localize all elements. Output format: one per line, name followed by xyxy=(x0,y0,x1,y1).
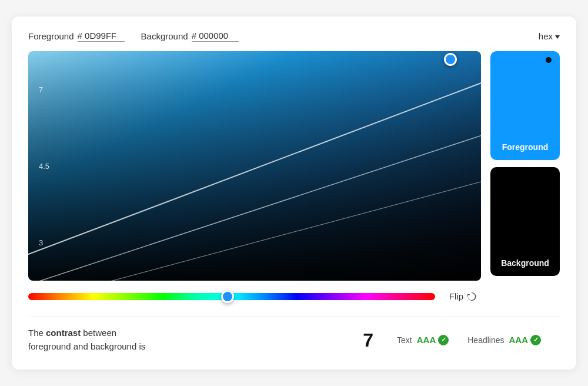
foreground-swatch[interactable]: Foreground xyxy=(490,51,560,160)
contrast-text-part1: The xyxy=(28,328,46,338)
contrast-value: 7 xyxy=(363,331,373,350)
text-check-icon xyxy=(438,335,449,345)
svg-line-1 xyxy=(28,124,481,281)
text-rating-label: Text xyxy=(397,335,412,345)
text-badge-value: AAA xyxy=(417,335,436,345)
text-rating-group: Text AAA xyxy=(397,335,449,345)
hue-row: Flip xyxy=(28,289,481,304)
contrast-description: The contrast between foreground and back… xyxy=(28,327,356,353)
background-swatch-label: Background xyxy=(501,258,549,268)
headlines-rating-label: Headlines xyxy=(467,335,504,345)
format-selector[interactable]: hex xyxy=(539,31,560,41)
headlines-rating-group: Headlines AAA xyxy=(467,335,541,345)
header-row: Foreground # 0D99FF Background # 000000 … xyxy=(28,31,560,42)
background-swatch[interactable]: Background xyxy=(490,167,560,276)
contrast-line2: foreground and background is xyxy=(28,341,145,351)
hue-slider[interactable] xyxy=(28,293,435,300)
background-value[interactable]: # 000000 xyxy=(192,31,239,42)
foreground-label: Foreground xyxy=(28,31,74,41)
y-labels: 7 4.5 3 xyxy=(39,51,49,281)
flip-button[interactable]: Flip xyxy=(445,289,481,304)
side-swatches: Foreground Background xyxy=(490,51,560,276)
gradient-canvas[interactable]: 7 4.5 3 xyxy=(28,51,481,281)
flip-label: Flip xyxy=(449,291,463,301)
foreground-swatch-label: Foreground xyxy=(502,142,549,152)
flip-icon xyxy=(467,292,476,301)
y-label-3: 3 xyxy=(39,238,49,247)
headlines-badge-value: AAA xyxy=(509,335,529,345)
foreground-value[interactable]: # 0D99FF xyxy=(78,31,125,42)
svg-line-0 xyxy=(28,69,481,257)
main-container: Foreground # 0D99FF Background # 000000 … xyxy=(12,16,576,370)
contour-lines xyxy=(28,51,481,281)
main-area: 7 4.5 3 Flip xyxy=(28,51,560,304)
contrast-text-part2: between xyxy=(81,328,116,338)
dropdown-arrow-icon xyxy=(555,35,560,39)
headlines-check-icon xyxy=(530,335,541,345)
background-label: Background xyxy=(141,31,188,41)
y-label-4-5: 4.5 xyxy=(39,162,49,171)
text-badge: AAA xyxy=(417,335,449,345)
info-row: The contrast between foreground and back… xyxy=(28,317,560,353)
gradient-wrapper: 7 4.5 3 Flip xyxy=(28,51,481,304)
hue-thumb[interactable] xyxy=(221,290,234,303)
contrast-bold: contrast xyxy=(46,328,81,338)
canvas-dot[interactable] xyxy=(444,53,457,66)
swatch-dot xyxy=(546,57,552,63)
y-label-7: 7 xyxy=(39,85,49,94)
format-label: hex xyxy=(539,31,553,41)
headlines-badge: AAA xyxy=(509,335,542,345)
svg-line-2 xyxy=(28,172,481,281)
